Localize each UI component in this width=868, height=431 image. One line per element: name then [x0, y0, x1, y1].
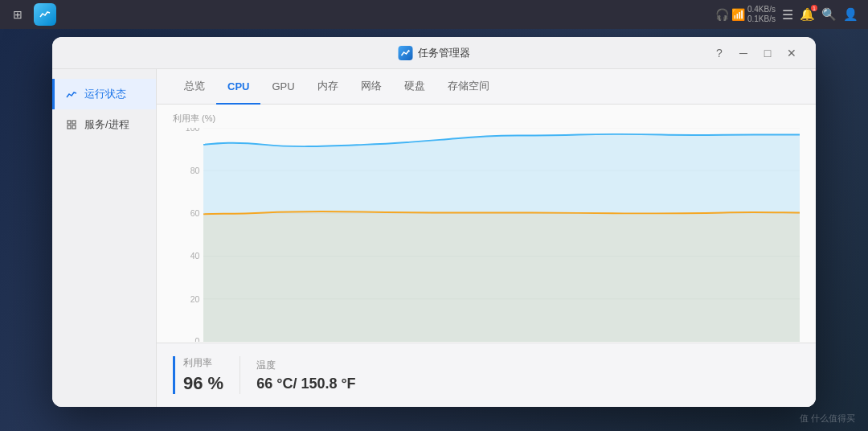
svg-text:100: 100 [186, 128, 200, 133]
chart-area: 利用率 (%) 100 80 [157, 105, 816, 343]
temperature-label: 温度 [256, 359, 355, 372]
window-title-text: 任务管理器 [418, 46, 470, 60]
help-button[interactable]: ? [708, 42, 731, 64]
tab-overview[interactable]: 总览 [173, 69, 216, 105]
window-content: 运行状态 服务/进程 [52, 69, 816, 407]
sidebar: 运行状态 服务/进程 [52, 69, 157, 407]
taskbar-left: ⊞ [10, 3, 56, 26]
utilization-label: 利用率 [183, 356, 223, 370]
tab-network[interactable]: 网络 [350, 69, 393, 105]
stats-footer: 利用率 96 % 温度 66 °C/ 150.8 °F [157, 343, 816, 407]
tab-cpu[interactable]: CPU [216, 69, 260, 105]
tray-menu-icon[interactable]: ☰ [782, 7, 793, 23]
chart-svg: 100 80 60 40 20 0 [173, 128, 800, 342]
chart-container: 100 80 60 40 20 0 [173, 128, 800, 342]
upload-speed: 0.4KB/s [747, 5, 776, 14]
svg-rect-0 [68, 121, 71, 124]
window-title: 任务管理器 [399, 46, 470, 60]
notification-icon[interactable]: 🔔 1 [800, 7, 815, 22]
tray-network-icon: 🎧 📶 0.4KB/s 0.1KB/s [715, 5, 776, 24]
window-icon [399, 46, 413, 60]
main-panel: 总览 CPU GPU 内存 网络 硬盘 [157, 69, 816, 407]
task-manager-window: 任务管理器 ? ─ □ ✕ 运行状态 [52, 37, 816, 407]
search-icon[interactable]: 🔍 [821, 7, 837, 22]
tab-disk[interactable]: 硬盘 [393, 69, 436, 105]
svg-text:80: 80 [190, 166, 200, 175]
grid-icon[interactable]: ⊞ [10, 6, 26, 23]
network-speeds: 0.4KB/s 0.1KB/s [747, 5, 776, 24]
services-icon [65, 118, 78, 131]
stat-temperature: 温度 66 °C/ 150.8 °F [240, 359, 371, 392]
svg-rect-2 [68, 125, 71, 129]
maximize-button[interactable]: □ [756, 42, 779, 64]
stat-utilization: 利用率 96 % [173, 356, 240, 394]
svg-text:40: 40 [190, 252, 200, 261]
running-status-icon [65, 88, 78, 101]
svg-text:20: 20 [190, 295, 200, 304]
minimize-button[interactable]: ─ [732, 42, 755, 64]
user-icon[interactable]: 👤 [843, 7, 858, 22]
window-controls: ? ─ □ ✕ [708, 42, 803, 64]
sidebar-item-services[interactable]: 服务/进程 [52, 109, 156, 140]
tab-memory[interactable]: 内存 [306, 69, 350, 105]
taskbar-right: 🎧 📶 0.4KB/s 0.1KB/s ☰ 🔔 1 🔍 👤 [715, 5, 858, 24]
chart-y-label: 利用率 (%) [173, 113, 800, 125]
svg-rect-1 [72, 121, 76, 124]
window-titlebar: 任务管理器 ? ─ □ ✕ [52, 37, 816, 69]
desktop: 任务管理器 ? ─ □ ✕ 运行状态 [0, 29, 868, 431]
sidebar-label-running: 运行状态 [84, 87, 126, 101]
watermark: 值 什么值得买 [800, 413, 855, 425]
utilization-value: 96 % [183, 373, 223, 394]
svg-text:0: 0 [194, 337, 199, 342]
close-button[interactable]: ✕ [780, 42, 803, 64]
sidebar-label-services: 服务/进程 [84, 117, 129, 132]
svg-rect-3 [72, 125, 76, 129]
taskbar: ⊞ 🎧 📶 0.4KB/s 0.1KB/s ☰ 🔔 1 🔍 👤 [0, 0, 868, 29]
temperature-value: 66 °C/ 150.8 °F [256, 376, 355, 392]
tab-gpu[interactable]: GPU [260, 69, 305, 105]
svg-text:60: 60 [190, 209, 200, 218]
sidebar-item-running-status[interactable]: 运行状态 [52, 79, 156, 109]
app-icon[interactable] [34, 3, 56, 26]
tabs: 总览 CPU GPU 内存 网络 硬盘 [157, 69, 816, 105]
download-speed: 0.1KB/s [747, 14, 776, 24]
tab-storage[interactable]: 存储空间 [436, 69, 501, 105]
